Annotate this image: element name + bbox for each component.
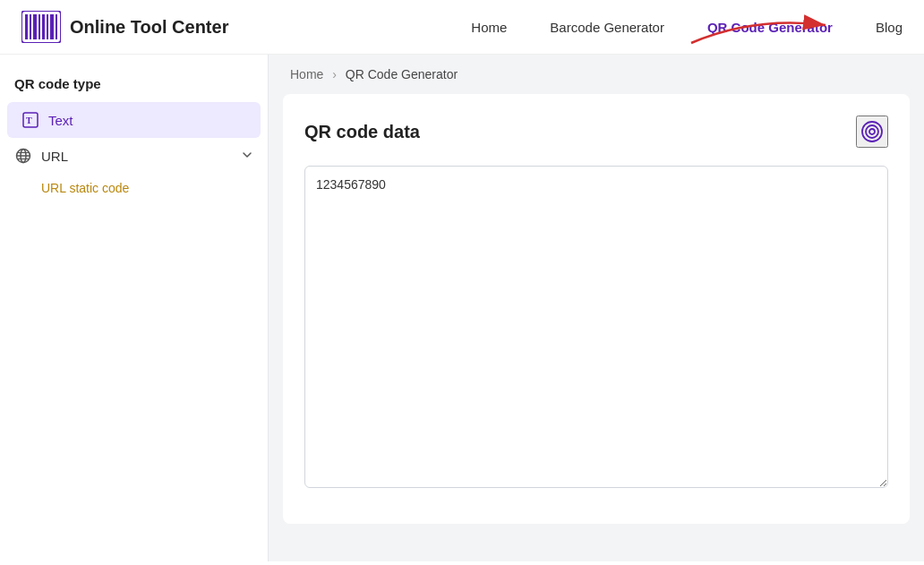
url-static-code-link[interactable]: URL static code (0, 174, 268, 202)
svg-rect-5 (42, 14, 45, 39)
svg-rect-4 (38, 14, 40, 39)
text-icon: T (21, 111, 39, 129)
svg-rect-1 (25, 14, 28, 39)
sidebar-item-url[interactable]: URL (0, 138, 268, 174)
breadcrumb-current: QR Code Generator (346, 67, 458, 81)
breadcrumb: Home › QR Code Generator (269, 55, 924, 94)
content-card: QR code data (283, 94, 910, 524)
card-title: QR code data (304, 122, 420, 142)
card-header: QR code data (304, 116, 888, 148)
sidebar-title: QR code type (0, 69, 268, 102)
svg-rect-7 (50, 14, 54, 39)
svg-rect-8 (56, 14, 57, 39)
main-nav: Home Barcode Generator QR Code Generator… (471, 20, 903, 35)
nav-blog[interactable]: Blog (876, 20, 903, 35)
qr-data-textarea[interactable] (304, 166, 888, 488)
svg-text:T: T (26, 116, 32, 125)
breadcrumb-separator: › (332, 67, 337, 81)
nav-home[interactable]: Home (471, 20, 507, 35)
svg-point-19 (869, 129, 875, 134)
sidebar-item-url-label: URL (41, 149, 68, 164)
nav-barcode[interactable]: Barcode Generator (550, 20, 664, 35)
svg-rect-6 (47, 14, 48, 39)
svg-rect-2 (30, 14, 31, 39)
logo-icon (21, 11, 61, 43)
breadcrumb-home[interactable]: Home (290, 67, 323, 81)
svg-rect-3 (33, 14, 37, 39)
nav-qrcode[interactable]: QR Code Generator (707, 20, 833, 35)
sidebar-item-text-label: Text (48, 113, 73, 128)
page-layout: QR code type T Text U (0, 55, 924, 561)
svg-point-18 (866, 125, 878, 138)
sidebar-item-text[interactable]: T Text (7, 102, 261, 138)
sidebar: QR code type T Text U (0, 55, 269, 561)
logo-text: Online Tool Center (70, 17, 228, 38)
main-content: Home › QR Code Generator QR code data (269, 55, 924, 561)
logo-area: Online Tool Center (21, 11, 228, 43)
chevron-down-icon (241, 149, 253, 164)
globe-icon (14, 147, 32, 165)
qr-settings-button[interactable] (856, 116, 888, 148)
header: Online Tool Center Home Barcode Generato… (0, 0, 924, 55)
